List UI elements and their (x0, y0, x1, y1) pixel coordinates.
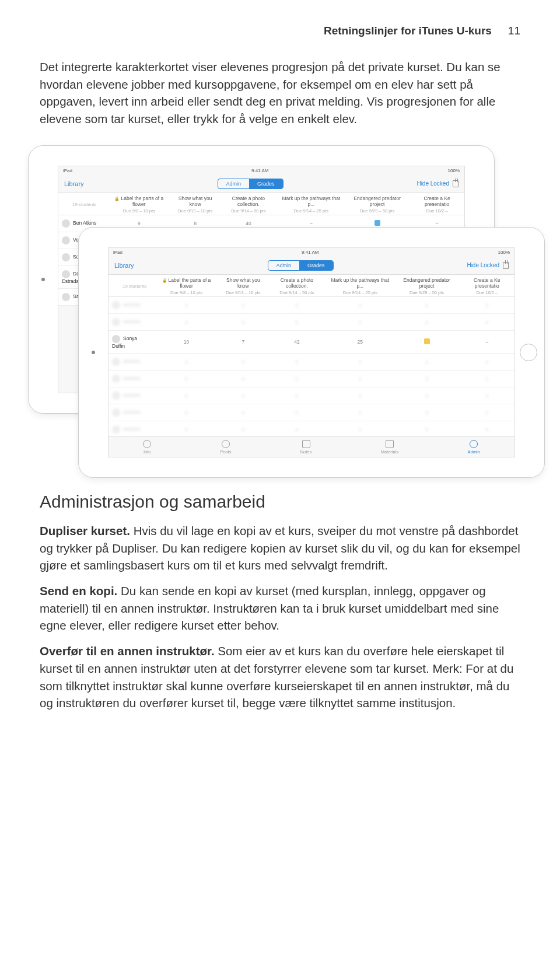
para-overfor-lead: Overfør til en annen instruktør. (40, 644, 215, 658)
tab-notes[interactable]: Notes (300, 440, 312, 455)
admin-icon (470, 440, 478, 448)
avatar (62, 293, 70, 301)
running-title: Retningslinjer for iTunes U-kurs (324, 25, 492, 37)
avatar (62, 270, 70, 278)
grade-cell[interactable] (394, 330, 460, 353)
col-header[interactable]: Create a photo collection.Due 9/14 – 50 … (268, 275, 326, 297)
pencil-icon (424, 338, 430, 344)
status-device: iPad (63, 168, 72, 173)
col-header[interactable]: Label the parts of a flowerDue 9/8 – 10 … (154, 275, 219, 297)
notes-icon (302, 440, 310, 448)
status-time: 9:41 AM (251, 168, 268, 173)
col-header[interactable]: Create a photo collection.Due 9/14 – 50 … (219, 193, 278, 215)
avatar (112, 335, 120, 343)
table-row: xxxxxxxxxxxxx (108, 313, 514, 330)
table-row: xxxxxxxxxxxxx (108, 404, 514, 421)
col-header[interactable]: Create a Ke presentatioDue 10/2 – (410, 193, 464, 215)
grade-cell[interactable]: 42 (268, 330, 326, 353)
flag-icon (374, 220, 380, 226)
table-row: xxxxxxxxxxxxx (108, 387, 514, 404)
table-row: xxxxxxxxxxxxx (108, 370, 514, 387)
seg-admin[interactable]: Admin (268, 261, 300, 270)
materials-icon (386, 440, 394, 448)
col-header[interactable]: Show what you knowDue 9/13 – 10 pts (171, 193, 219, 215)
tab-posts[interactable]: Posts (220, 440, 232, 455)
para-send-kopi: Send en kopi. Du kan sende en kopi av ku… (40, 582, 520, 634)
seg-admin[interactable]: Admin (218, 179, 250, 188)
tab-materials[interactable]: Materials (381, 440, 398, 455)
share-icon[interactable] (503, 262, 509, 269)
tab-info[interactable]: Info (143, 440, 151, 455)
info-icon (143, 440, 151, 448)
status-bar: iPad 9:41 AM 100% (58, 166, 464, 175)
col-header[interactable]: Show what you knowDue 9/13 – 10 pts (219, 275, 268, 297)
para-dupliser-lead: Dupliser kurset. (40, 524, 130, 537)
col-header[interactable]: Endangered predator projectDue 9/29 – 50… (394, 275, 460, 297)
grade-cell[interactable]: 7 (219, 330, 268, 353)
camera-icon (92, 351, 95, 354)
table-row[interactable]: Sonya Duffin1074225– (108, 330, 514, 353)
col-header[interactable]: Label the parts of a flowerDue 9/8 – 10 … (107, 193, 172, 215)
hide-locked-button[interactable]: Hide Locked (416, 180, 449, 187)
segmented-control[interactable]: Admin Grades (218, 179, 284, 189)
seg-grades[interactable]: Grades (299, 261, 333, 270)
gradebook-table-front: 19 students Label the parts of a flowerD… (108, 275, 514, 457)
col-header[interactable]: Create a Ke presentatioDue 10/2 – (459, 275, 514, 297)
col-header[interactable]: Endangered predator projectDue 9/29 – 50… (345, 193, 410, 215)
para-send-lead: Send en kopi. (40, 584, 117, 597)
tab-bar: Info Posts Notes Materials Admin (108, 436, 514, 457)
grade-cell[interactable]: 10 (154, 330, 219, 353)
status-bar: iPad 9:41 AM 100% (108, 248, 514, 257)
grade-cell[interactable]: – (459, 330, 514, 353)
tab-admin[interactable]: Admin (467, 440, 480, 455)
avatar (62, 236, 70, 244)
segmented-control[interactable]: Admin Grades (268, 260, 334, 271)
col-header[interactable]: Mark up the pathways that p...Due 9/14 –… (326, 275, 394, 297)
page-number: 11 (508, 25, 520, 37)
status-battery: 100% (498, 250, 510, 255)
camera-icon (41, 278, 45, 281)
avatar (62, 219, 70, 228)
ipad-front: iPad 9:41 AM 100% Library Admin Grades H… (78, 227, 545, 478)
nav-library[interactable]: Library (114, 262, 134, 269)
ipad-screenshots: iPad 9:41 AM 100% Library Admin Grades H… (40, 145, 520, 472)
seg-grades[interactable]: Grades (249, 179, 283, 188)
para-overfor: Overfør til en annen instruktør. Som eie… (40, 642, 520, 712)
table-row: xxxxxxxxxxxxx (108, 353, 514, 370)
status-device: iPad (113, 250, 123, 255)
hide-locked-button[interactable]: Hide Locked (467, 262, 499, 268)
nav-library[interactable]: Library (64, 180, 84, 187)
col-header[interactable]: Mark up the pathways that p...Due 9/14 –… (278, 193, 345, 215)
status-time: 9:41 AM (302, 250, 318, 255)
posts-icon (222, 440, 230, 448)
avatar (62, 253, 70, 261)
table-row: xxxxxxxxxxxxx (108, 296, 514, 313)
section-heading: Administrasjon og samarbeid (40, 492, 520, 512)
grade-cell[interactable]: 25 (326, 330, 394, 353)
intro-paragraph: Det integrerte karakterkortet viser elev… (40, 58, 520, 128)
para-dupliser: Dupliser kurset. Hvis du vil lage en kop… (40, 522, 520, 574)
share-icon[interactable] (453, 180, 459, 187)
status-battery: 100% (448, 168, 460, 173)
student-count: 19 students (108, 275, 154, 297)
home-button (520, 344, 537, 361)
table-row: xxxxxxxxxxxxx (108, 421, 514, 438)
student-count: 19 students (58, 193, 107, 215)
